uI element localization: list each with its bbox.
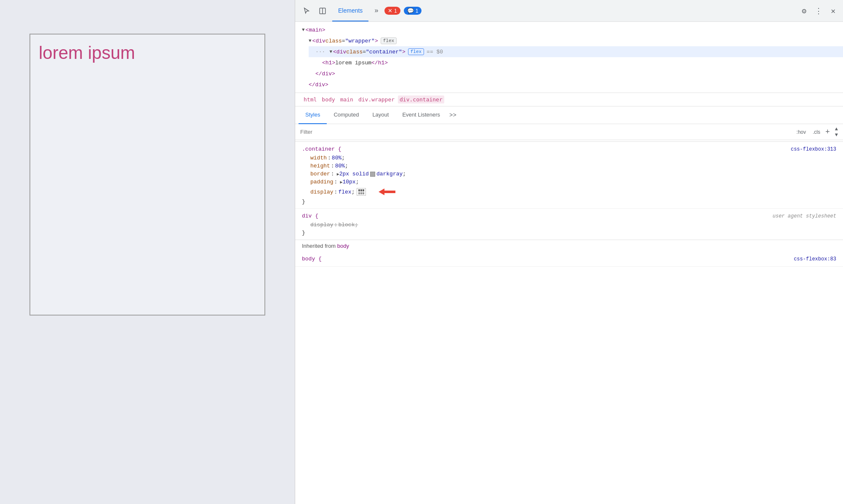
more-options-icon[interactable]: ⋮ — [812, 4, 825, 18]
dom-line-close-container[interactable]: </div> — [309, 68, 843, 79]
breadcrumb-html[interactable]: html — [302, 95, 318, 103]
flex-annotation-arrow — [371, 187, 396, 197]
svg-marker-8 — [379, 188, 384, 195]
inherited-from-selector[interactable]: body — [337, 243, 349, 249]
dom-line-main[interactable]: ▼ <main> — [295, 24, 843, 35]
cls-button[interactable]: .cls — [811, 128, 822, 136]
prop-border-line: border : ▶ 2px solid darkgray ; — [295, 170, 843, 178]
dom-line-container[interactable]: ··· ▼ <div class="container" > flex == $… — [309, 46, 843, 57]
error-badge[interactable]: ✕ 1 — [384, 7, 400, 15]
filter-input[interactable] — [300, 129, 791, 135]
svg-rect-9 — [384, 191, 395, 193]
prop-border-value: 2px solid — [339, 171, 369, 177]
dom-tree: ▼ <main> ▼ <div class="wrapper" > flex ·… — [295, 22, 843, 93]
add-style-button[interactable]: + — [825, 128, 830, 136]
container-rule-header: .container { css-flexbox:313 — [295, 144, 843, 154]
breadcrumb-main[interactable]: main — [339, 95, 355, 103]
color-swatch-darkgray[interactable] — [370, 172, 375, 177]
container-selector[interactable]: .container { — [302, 146, 341, 152]
info-badge[interactable]: 💬 1 — [404, 7, 422, 15]
container-rule-close: } — [295, 198, 843, 206]
breadcrumb-container[interactable]: div.container — [398, 95, 444, 103]
container-source[interactable]: css-flexbox:313 — [791, 146, 836, 152]
breadcrumb-body[interactable]: body — [320, 95, 336, 103]
div-rule-header: div { user agent stylesheet — [295, 211, 843, 221]
div-selector[interactable]: div { — [302, 213, 318, 219]
svg-rect-3 — [360, 189, 362, 191]
container-style-rule: .container { css-flexbox:313 width : 80%… — [295, 142, 843, 209]
bracket-icon[interactable]: ▲▼ — [835, 126, 838, 138]
dom-line-h1[interactable]: <h1> lorem ipsum </h1> — [315, 57, 843, 68]
svg-rect-7 — [363, 192, 364, 194]
filter-row: :hov .cls + ▲▼ — [295, 124, 843, 140]
div-source: user agent stylesheet — [773, 213, 836, 219]
prop-height-name: height — [310, 163, 330, 169]
prop-display-block-line: display : block ; — [295, 221, 843, 229]
svg-rect-6 — [360, 192, 362, 194]
settings-icon[interactable]: ⚙ — [799, 4, 809, 18]
more-tabs-icon[interactable]: » — [372, 7, 381, 15]
prop-height-value: 80% — [335, 163, 345, 169]
hov-button[interactable]: :hov — [795, 128, 808, 136]
tab-computed[interactable]: Computed — [327, 106, 365, 124]
prop-width-value: 80% — [332, 155, 341, 161]
devtools-panel: Elements » ✕ 1 💬 1 ⚙ ⋮ ✕ ▼ <main> — [295, 0, 843, 504]
prop-border-color: darkgray — [376, 171, 403, 177]
cursor-icon[interactable] — [300, 5, 313, 17]
prop-width-name: width — [310, 155, 327, 161]
close-icon[interactable]: ✕ — [828, 4, 838, 18]
container-box: lorem ipsum — [29, 34, 265, 316]
devtools-topbar: Elements » ✕ 1 💬 1 ⚙ ⋮ ✕ — [295, 0, 843, 22]
div-rule-close: } — [295, 229, 843, 237]
prop-padding-line: padding : ▶ 10px ; — [295, 178, 843, 186]
prop-display-line: display : flex ; — [295, 186, 843, 198]
breadcrumb-wrapper[interactable]: div.wrapper — [357, 95, 396, 103]
flex-layout-icon[interactable] — [357, 188, 366, 196]
prop-padding-name: padding — [310, 179, 333, 185]
viewport-panel: lorem ipsum — [0, 0, 295, 504]
toggle-panel-icon[interactable] — [316, 5, 329, 17]
dom-line-close-wrapper[interactable]: </div> — [302, 79, 843, 90]
tab-layout[interactable]: Layout — [365, 106, 395, 124]
body-source[interactable]: css-flexbox:83 — [794, 256, 836, 262]
lorem-heading: lorem ipsum — [39, 43, 135, 63]
breadcrumb-bar: html body main div.wrapper div.container — [295, 93, 843, 106]
prop-border-name: border — [310, 171, 330, 177]
body-rule-header: body { css-flexbox:83 — [295, 254, 843, 264]
body-selector[interactable]: body { — [302, 256, 322, 262]
styles-content: .container { css-flexbox:313 width : 80%… — [295, 140, 843, 504]
prop-display-block-name: display — [310, 222, 333, 228]
tab-event-listeners[interactable]: Event Listeners — [395, 106, 447, 124]
prop-display-value: flex — [338, 189, 351, 195]
inherited-header: Inherited from body — [295, 240, 843, 252]
prop-display-name: display — [310, 189, 333, 195]
div-style-rule: div { user agent stylesheet display : bl… — [295, 209, 843, 240]
prop-display-block-value: block — [338, 222, 355, 228]
body-style-rule: body { css-flexbox:83 — [295, 252, 843, 267]
prop-padding-value: 10px — [342, 179, 355, 185]
prop-height-line: height : 80% ; — [295, 162, 843, 170]
more-style-tabs-icon[interactable]: >> — [447, 112, 459, 119]
prop-width-line: width : 80% ; — [295, 154, 843, 162]
tab-styles[interactable]: Styles — [299, 106, 327, 124]
tab-elements[interactable]: Elements — [332, 0, 368, 21]
dom-line-wrapper[interactable]: ▼ <div class="wrapper" > flex — [302, 35, 843, 46]
style-tabs-row: Styles Computed Layout Event Listeners >… — [295, 106, 843, 124]
svg-rect-2 — [358, 189, 360, 191]
svg-rect-4 — [363, 189, 364, 191]
svg-rect-5 — [358, 192, 360, 194]
